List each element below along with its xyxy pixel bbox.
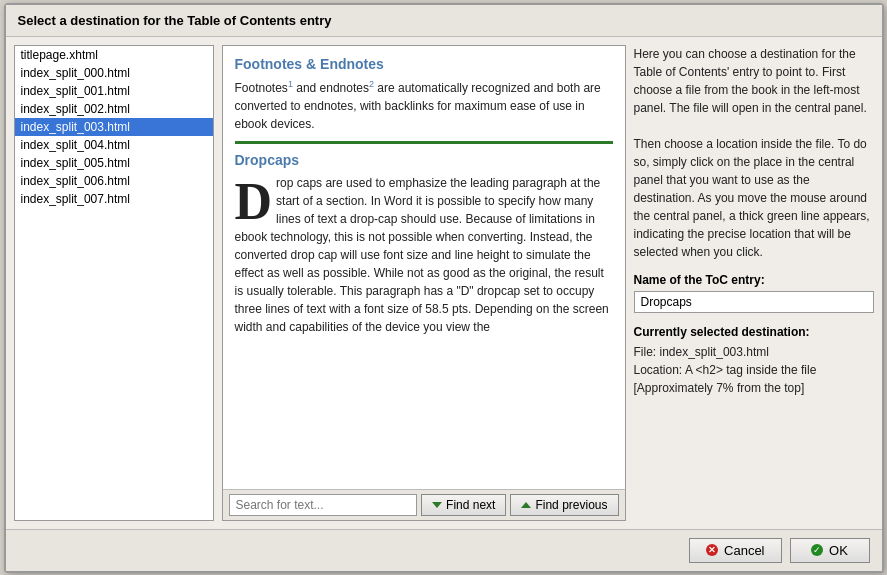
- ok-button[interactable]: ✓ OK: [790, 538, 870, 563]
- center-toolbar: Find next Find previous: [223, 489, 625, 520]
- name-label: Name of the ToC entry:: [634, 273, 874, 287]
- right-panel: Here you can choose a destination for th…: [634, 45, 874, 521]
- dest-label: Currently selected destination:: [634, 325, 874, 339]
- footnotes-text: Footnotes1 and endnotes2 are automatical…: [235, 78, 613, 133]
- ok-label: OK: [829, 543, 848, 558]
- find-next-label: Find next: [446, 498, 495, 512]
- toc-name-input[interactable]: [634, 291, 874, 313]
- file-list-item[interactable]: index_split_001.html: [15, 82, 213, 100]
- cancel-icon: ✕: [706, 544, 718, 556]
- file-list-item[interactable]: index_split_002.html: [15, 100, 213, 118]
- find-prev-label: Find previous: [535, 498, 607, 512]
- dest-approx: [Approximately 7% from the top]: [634, 379, 874, 397]
- search-input[interactable]: [229, 494, 418, 516]
- info-text: Here you can choose a destination for th…: [634, 45, 874, 261]
- dialog-title: Select a destination for the Table of Co…: [6, 5, 882, 37]
- find-prev-icon: [521, 502, 531, 508]
- file-list-panel: titlepage.xhtmlindex_split_000.htmlindex…: [14, 45, 214, 521]
- find-next-icon: [432, 502, 442, 508]
- dropcap-letter: D: [235, 176, 273, 228]
- ok-icon: ✓: [811, 544, 823, 556]
- find-next-button[interactable]: Find next: [421, 494, 506, 516]
- file-list-item[interactable]: index_split_004.html: [15, 136, 213, 154]
- footnotes-section-title: Footnotes & Endnotes: [235, 56, 613, 72]
- center-content[interactable]: Footnotes & Endnotes Footnotes1 and endn…: [223, 46, 625, 489]
- dialog-footer: ✕ Cancel ✓ OK: [6, 529, 882, 571]
- file-list-item[interactable]: index_split_007.html: [15, 190, 213, 208]
- dropcap-body-text: rop caps are used to emphasize the leadi…: [235, 176, 609, 334]
- file-list-item[interactable]: titlepage.xhtml: [15, 46, 213, 64]
- find-prev-button[interactable]: Find previous: [510, 494, 618, 516]
- dest-location: Location: A <h2> tag inside the file: [634, 361, 874, 379]
- cancel-label: Cancel: [724, 543, 764, 558]
- name-section: Name of the ToC entry:: [634, 273, 874, 313]
- center-panel: Footnotes & Endnotes Footnotes1 and endn…: [222, 45, 626, 521]
- cancel-button[interactable]: ✕ Cancel: [689, 538, 781, 563]
- dropcap-content: D rop caps are used to emphasize the lea…: [235, 174, 613, 336]
- file-list-item[interactable]: index_split_005.html: [15, 154, 213, 172]
- dest-section: Currently selected destination: File: in…: [634, 325, 874, 397]
- dropcaps-section-title: Dropcaps: [235, 152, 613, 168]
- file-list-item[interactable]: index_split_006.html: [15, 172, 213, 190]
- file-list-item[interactable]: index_split_000.html: [15, 64, 213, 82]
- file-list-item[interactable]: index_split_003.html: [15, 118, 213, 136]
- green-divider: [235, 141, 613, 144]
- dialog: Select a destination for the Table of Co…: [4, 3, 884, 573]
- dialog-body: titlepage.xhtmlindex_split_000.htmlindex…: [6, 37, 882, 529]
- dest-file: File: index_split_003.html: [634, 343, 874, 361]
